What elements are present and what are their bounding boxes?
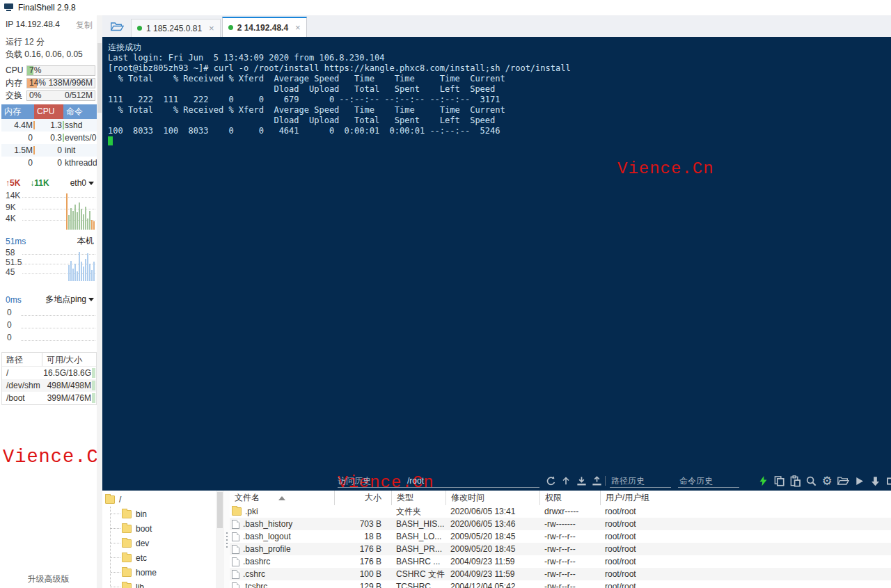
upload-icon[interactable] — [590, 474, 604, 488]
copy-ip-button[interactable]: 复制 — [76, 19, 93, 31]
path-input[interactable]: /root — [389, 475, 539, 488]
ping-bar — [79, 252, 80, 281]
gauge-bar: 7% — [26, 65, 95, 76]
folder-icon — [122, 525, 132, 533]
tree-connector — [111, 528, 120, 529]
file-type: BASH_HIS... — [391, 518, 446, 530]
file-row[interactable]: .bash_history703 BBASH_HIS...2020/06/05 … — [230, 518, 891, 530]
tree-scrollbar[interactable] — [216, 491, 224, 588]
file-row[interactable]: .tcshrc129 BTCSHRC ...2004/12/04 05:42-r… — [230, 580, 891, 588]
cpu-indicator — [63, 121, 64, 129]
folder-open-icon[interactable] — [836, 474, 850, 488]
disk-row[interactable]: /boot399M/476M — [2, 392, 96, 404]
command-history-dropdown[interactable]: 命令历史 — [678, 475, 739, 488]
proc-col-cpu[interactable]: CPU — [34, 104, 63, 119]
proc-cmd-value: sshd — [62, 119, 97, 132]
visit-history-dropdown[interactable]: 访问历史 — [338, 475, 389, 488]
file-col-1[interactable]: 大小 — [334, 491, 391, 505]
run-icon[interactable] — [852, 474, 866, 488]
interface-dropdown[interactable]: eth0 — [70, 178, 94, 188]
proc-cmd-value: init — [62, 144, 97, 157]
tree-node-etc[interactable]: etc — [111, 550, 216, 565]
tree-node-dev[interactable]: dev — [111, 536, 216, 550]
tree-node-label: etc — [136, 553, 147, 563]
session-tab-1[interactable]: 1 185.245.0.81× — [131, 19, 221, 37]
file-size: 176 B — [334, 543, 391, 555]
lightning-icon[interactable] — [756, 474, 770, 488]
terminal-area[interactable]: 连接成功Last login: Fri Jun 5 13:43:09 2020 … — [102, 37, 891, 491]
terminal-line: Dload Upload Total Spent Left Speed — [108, 116, 888, 126]
close-tab-icon[interactable]: × — [295, 22, 301, 33]
copy-icon[interactable] — [772, 474, 786, 488]
file-row[interactable]: .bash_profile176 BBASH_PR...2009/05/20 1… — [230, 543, 891, 555]
multi-ping-rows: 000 — [6, 306, 95, 344]
traffic-bar — [85, 207, 86, 230]
folder-icon — [105, 495, 115, 504]
disk-usage-indicator — [92, 381, 95, 390]
folder-icon — [122, 569, 132, 577]
traffic-bar — [70, 208, 72, 230]
file-row[interactable]: .bashrc176 BBASHRC ...2004/09/23 11:59-r… — [230, 555, 891, 568]
proc-col-cmd[interactable]: 命令 — [63, 104, 97, 119]
chart-dotted-line — [21, 340, 95, 341]
disk-usage: 399M/476M — [42, 392, 96, 404]
gauge-bar: 14%138M/996M — [26, 78, 95, 88]
process-row[interactable]: 4.4M1.3sshd — [1, 119, 97, 132]
session-tab-2[interactable]: 2 14.192.48.4× — [222, 17, 307, 37]
refresh-icon[interactable] — [544, 474, 558, 488]
download-icon[interactable] — [574, 474, 588, 488]
file-permissions: -rw-r--r-- — [539, 543, 600, 555]
file-col-3[interactable]: 修改时间 — [446, 491, 539, 505]
path-history-dropdown[interactable]: 路径历史 — [610, 475, 671, 488]
file-col-4[interactable]: 权限 — [539, 491, 600, 505]
proc-col-mem[interactable]: 内存 — [1, 104, 34, 119]
file-row[interactable]: .cshrc100 BCSHRC 文件2004/09/23 11:59-rw-r… — [230, 568, 891, 580]
file-col-0[interactable]: 文件名 — [230, 491, 334, 505]
file-col-2[interactable]: 类型 — [391, 491, 446, 505]
ping-bars — [68, 249, 95, 281]
download-rate: ↓11K — [30, 178, 49, 188]
tree-root-node[interactable]: / — [102, 493, 216, 507]
process-row[interactable]: 1.5M0init — [1, 144, 97, 157]
tree-connector — [111, 587, 120, 587]
tree-connector — [111, 543, 120, 543]
chart-tick-label: 45 — [6, 267, 15, 277]
file-name-cell: .tcshrc — [230, 580, 334, 588]
tree-node-bin[interactable]: bin — [111, 507, 216, 521]
window-title: FinalShell 2.9.8 — [18, 3, 76, 13]
upload-rate: ↑5K — [6, 178, 20, 188]
close-tab-icon[interactable]: × — [209, 23, 214, 33]
directory-tree: /binbootdevetchomelib — [102, 491, 216, 588]
traffic-bar — [74, 205, 76, 230]
file-manager-panel: /binbootdevetchomelib 文件名大小类型修改时间权限用户/用户… — [102, 491, 891, 588]
folder-icon — [122, 510, 132, 518]
tree-node-boot[interactable]: boot — [111, 521, 216, 536]
file-size: 18 B — [334, 530, 391, 543]
tree-node-lib[interactable]: lib — [111, 580, 216, 588]
gauge-bar: 0%0/512M — [26, 90, 95, 101]
upgrade-link[interactable]: 升级高级版 — [0, 573, 97, 585]
sidebar-scrollbar[interactable] — [97, 15, 102, 588]
file-col-5[interactable]: 用户/用户组 — [600, 491, 891, 505]
ping-value: 0 — [7, 333, 12, 342]
traffic-bar — [68, 215, 70, 230]
panel-splitter[interactable] — [224, 491, 230, 588]
window-icon[interactable] — [884, 474, 891, 488]
file-mtime: 2009/05/20 18:45 — [446, 543, 539, 555]
process-row[interactable]: 00.3events/0 — [1, 132, 97, 144]
file-row[interactable]: .pki文件夹2020/06/05 13:41drwxr-----root/ro… — [230, 505, 891, 518]
tab-label: 1 185.245.0.81 — [146, 24, 202, 33]
file-row[interactable]: .bash_logout18 BBASH_LO...2009/05/20 18:… — [230, 530, 891, 543]
up-directory-icon[interactable] — [559, 474, 573, 488]
open-connection-button[interactable] — [105, 17, 129, 35]
multi-ping-dropdown[interactable]: 多地点ping — [45, 294, 94, 305]
disk-row[interactable]: /16.5G/18.6G — [2, 367, 96, 379]
terminal-line: 连接成功 — [108, 42, 888, 53]
tree-node-home[interactable]: home — [111, 565, 216, 580]
process-row[interactable]: 00kthreadd — [1, 157, 97, 169]
download-arrow-icon[interactable] — [868, 474, 882, 488]
disk-row[interactable]: /dev/shm498M/498M — [2, 379, 96, 392]
search-icon[interactable] — [804, 474, 818, 488]
gear-icon[interactable]: ⚙ — [820, 474, 834, 488]
paste-icon[interactable] — [788, 474, 802, 488]
